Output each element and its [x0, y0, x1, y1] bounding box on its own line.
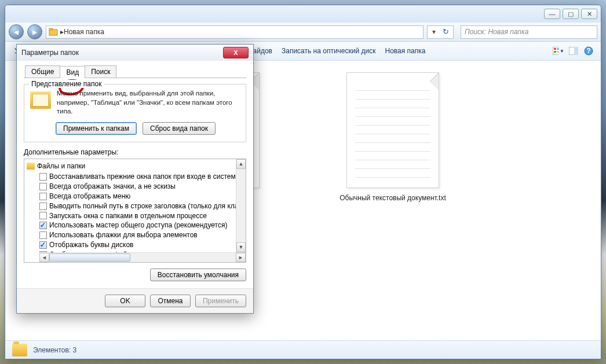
file-name-label: Обычный текстовый документ.txt	[339, 194, 446, 202]
dialog-close-button[interactable]: X	[223, 47, 249, 58]
checkbox[interactable]	[39, 173, 47, 181]
back-button[interactable]: ◄	[9, 24, 24, 39]
breadcrumb-text: Новая папка	[64, 28, 104, 36]
option-label: Всегда отображать меню	[49, 192, 130, 201]
breadcrumb[interactable]: ▸ Новая папка	[46, 25, 424, 39]
close-button[interactable]: ✕	[581, 9, 597, 19]
dialog-body: Общие Вид Поиск Представление папок Можн…	[17, 61, 253, 288]
checkbox[interactable]	[39, 241, 47, 249]
forward-button[interactable]: ►	[27, 24, 42, 39]
svg-rect-3	[554, 48, 556, 50]
folder-icon	[27, 163, 35, 170]
svg-rect-5	[554, 51, 556, 53]
window-buttons: — ▢ ✕	[544, 9, 597, 19]
dialog-title-text: Параметры папок	[21, 49, 79, 57]
tab-strip: Общие Вид Поиск	[24, 65, 246, 78]
tree-root[interactable]: Файлы и папки	[27, 161, 243, 171]
advanced-options-list[interactable]: Файлы и папки Восстанавливать прежние ок…	[24, 159, 246, 263]
option-row[interactable]: Использовать мастер общего доступа (реко…	[27, 220, 243, 230]
restore-defaults-button[interactable]: Восстановить умолчания	[150, 269, 246, 281]
dialog-footer: OK Отмена Применить	[17, 288, 253, 313]
scroll-left-button[interactable]: ◄	[39, 253, 49, 262]
tab-general[interactable]: Общие	[25, 65, 60, 78]
group-title: Представление папок	[29, 80, 104, 88]
folder-icon	[12, 344, 27, 356]
search-placeholder: Поиск: Новая папка	[465, 28, 528, 36]
explorer-titlebar[interactable]: — ▢ ✕	[5, 5, 601, 23]
option-row[interactable]: Запускать окна с папками в отдельном про…	[27, 211, 243, 221]
reset-folders-button[interactable]: Сброс вида папок	[143, 122, 216, 135]
folder-views-group: Представление папок Можно применить вид,…	[24, 84, 246, 142]
folder-icon	[30, 91, 51, 109]
scroll-down-button[interactable]: ▼	[236, 242, 246, 252]
view-icon	[553, 47, 558, 55]
apply-to-folders-button[interactable]: Применить к папкам	[56, 122, 137, 135]
svg-text:?: ?	[586, 47, 590, 55]
svg-rect-8	[574, 47, 578, 55]
group-description: Можно применить вид, выбранный для этой …	[57, 89, 240, 116]
file-thumbnail	[346, 72, 439, 188]
file-item-txt[interactable]: Обычный текстовый документ.txt	[338, 72, 448, 202]
option-label: Всегда отображать значки, а не эскизы	[49, 182, 176, 192]
option-row[interactable]: Отображать буквы дисков	[27, 240, 243, 250]
option-row[interactable]: Всегда отображать меню	[27, 192, 243, 201]
status-bar: Элементов: 3	[5, 340, 601, 359]
option-row[interactable]: Использовать флажки для выбора элементов	[27, 230, 243, 240]
folder-options-dialog: Параметры папок X Общие Вид Поиск Предст…	[16, 44, 254, 314]
horizontal-scrollbar[interactable]: ◄ ►	[39, 252, 246, 262]
navigation-bar: ◄ ► ▸ Новая папка ▾ Поиск: Новая папка	[5, 23, 601, 42]
text-lines-icon	[355, 82, 430, 179]
apply-button[interactable]: Применить	[195, 295, 246, 307]
burn-button[interactable]: Записать на оптический диск	[278, 45, 379, 57]
option-row[interactable]: Всегда отображать значки, а не эскизы	[27, 182, 243, 192]
dialog-titlebar[interactable]: Параметры папок X	[17, 45, 253, 61]
newfolder-button[interactable]: Новая папка	[381, 45, 429, 57]
option-label: Восстанавливать прежние окна папок при в…	[49, 172, 239, 182]
option-label: Запускать окна с папками в отдельном про…	[49, 211, 207, 221]
svg-rect-4	[557, 48, 558, 50]
option-label: Выводить полный путь в строке заголовка …	[49, 201, 246, 211]
checkbox[interactable]	[39, 203, 47, 210]
help-button[interactable]: ?	[582, 45, 595, 57]
checkbox[interactable]	[39, 193, 47, 200]
help-icon: ?	[584, 46, 593, 56]
option-row[interactable]: Восстанавливать прежние окна папок при в…	[27, 172, 243, 182]
tab-view[interactable]: Вид	[60, 66, 85, 78]
maximize-button[interactable]: ▢	[563, 9, 579, 19]
scroll-up-button[interactable]: ▲	[236, 159, 246, 169]
minimize-button[interactable]: —	[544, 9, 560, 19]
checkbox[interactable]	[39, 183, 47, 190]
status-text: Элементов: 3	[33, 346, 76, 354]
checkbox[interactable]	[39, 231, 47, 239]
scroll-right-button[interactable]: ►	[236, 253, 246, 262]
checkbox[interactable]	[39, 212, 47, 219]
checkbox[interactable]	[39, 222, 47, 229]
svg-rect-1	[49, 28, 53, 30]
search-input[interactable]: Поиск: Новая папка	[461, 25, 597, 39]
folder-icon	[49, 28, 58, 36]
option-label: Использовать флажки для выбора элементов	[49, 230, 198, 240]
advanced-label: Дополнительные параметры:	[24, 148, 246, 156]
view-mode-button[interactable]: ▼	[552, 45, 565, 57]
cancel-button[interactable]: Отмена	[150, 295, 191, 307]
scroll-thumb[interactable]	[49, 253, 130, 262]
refresh-button[interactable]	[440, 25, 454, 39]
vertical-scrollbar[interactable]: ▲ ▼ ◄ ►	[236, 159, 246, 262]
option-label: Отображать буквы дисков	[49, 240, 133, 250]
preview-pane-button[interactable]	[567, 45, 580, 57]
pane-icon	[569, 47, 578, 55]
svg-rect-6	[557, 51, 558, 53]
ok-button[interactable]: OK	[105, 295, 145, 307]
tab-search[interactable]: Поиск	[85, 65, 116, 78]
option-row[interactable]: Выводить полный путь в строке заголовка …	[27, 201, 243, 211]
option-label: Использовать мастер общего доступа (реко…	[49, 220, 227, 230]
